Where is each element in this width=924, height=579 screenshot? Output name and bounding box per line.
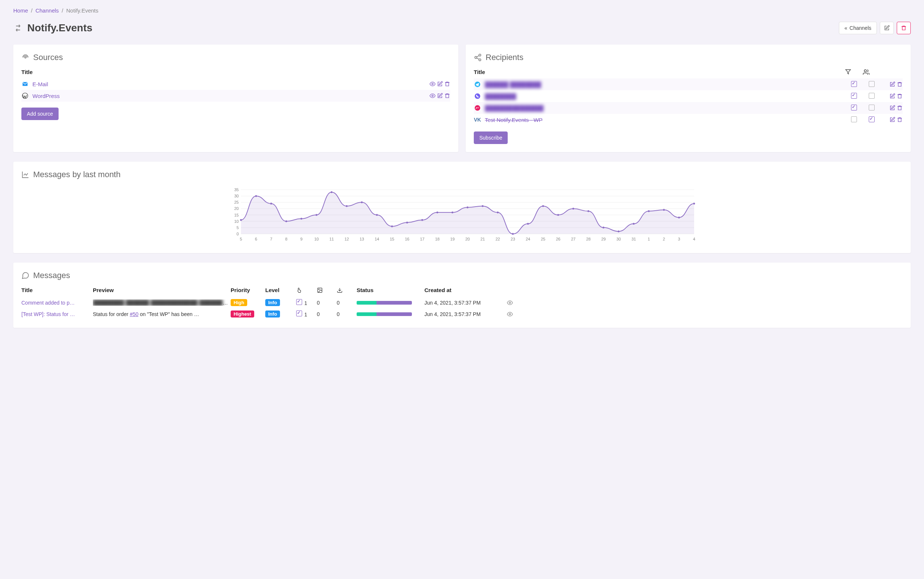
recipient-label: ██████ ████████	[485, 82, 541, 88]
filter-checkbox[interactable]	[851, 105, 857, 111]
svg-text:20: 20	[234, 206, 239, 211]
svg-text:19: 19	[450, 237, 455, 241]
order-link[interactable]: #50	[130, 311, 138, 317]
svg-point-53	[588, 210, 589, 212]
filter-checkbox[interactable]	[851, 93, 857, 99]
group-checkbox[interactable]	[869, 105, 875, 111]
clicks-count: 1	[304, 300, 307, 306]
delete-icon[interactable]	[897, 93, 903, 99]
group-checkbox[interactable]	[869, 93, 875, 99]
svg-point-33	[286, 220, 287, 222]
recipient-link[interactable]: Test Notify.Events - WP	[485, 117, 542, 123]
svg-text:9: 9	[300, 237, 303, 241]
msg-title-link[interactable]: [Test WP]: Status for …	[21, 311, 75, 317]
delete-icon[interactable]	[897, 82, 903, 87]
delete-button[interactable]	[897, 22, 911, 34]
svg-point-47	[497, 211, 499, 213]
vk-icon: VK	[474, 116, 481, 123]
svg-text:5: 5	[237, 226, 239, 230]
recipient-row: ██████ ████████	[474, 79, 903, 90]
source-link[interactable]: E-Mail	[33, 81, 48, 87]
svg-point-43	[437, 211, 438, 213]
edit-icon[interactable]	[890, 117, 895, 123]
recipients-col-filter	[845, 69, 863, 75]
channels-button[interactable]: « Channels	[839, 22, 877, 34]
clicks-checkbox[interactable]	[296, 311, 302, 316]
breadcrumb-home[interactable]: Home	[13, 7, 28, 14]
svg-point-51	[558, 214, 559, 216]
view-icon[interactable]	[430, 93, 435, 99]
svg-point-46	[482, 205, 484, 207]
message-row: [Test WP]: Status for …Status for order …	[21, 308, 903, 320]
downloads-count: 0	[337, 300, 355, 306]
view-icon[interactable]	[507, 311, 518, 317]
breadcrumb-channels[interactable]: Channels	[35, 7, 59, 14]
filter-checkbox[interactable]	[851, 81, 857, 87]
msg-preview: Status for order #50 on "Test WP" has be…	[93, 311, 200, 317]
edit-button[interactable]	[880, 22, 894, 34]
status-progress	[357, 312, 412, 316]
svg-point-0	[25, 57, 26, 58]
svg-text:10: 10	[234, 219, 239, 224]
svg-text:26: 26	[556, 237, 560, 241]
svg-text:15: 15	[390, 237, 394, 241]
svg-text:28: 28	[586, 237, 590, 241]
svg-text:1: 1	[648, 237, 650, 241]
svg-text:4: 4	[693, 237, 695, 241]
status-progress	[357, 301, 412, 304]
delete-icon[interactable]	[897, 117, 903, 123]
edit-icon[interactable]	[437, 93, 443, 99]
svg-text:20: 20	[465, 237, 470, 241]
svg-text:12: 12	[345, 237, 349, 241]
msg-preview: ████████ ██████ ████████████ ████████	[93, 299, 229, 306]
group-checkbox[interactable]	[869, 81, 875, 87]
svg-point-6	[475, 56, 477, 59]
page-title: Notify.Events	[27, 22, 92, 34]
svg-point-94	[509, 302, 511, 304]
svg-text:2: 2	[663, 237, 665, 241]
edit-icon[interactable]	[437, 81, 443, 87]
chart-heading: Messages by last month	[33, 170, 121, 179]
svg-text:15: 15	[234, 213, 239, 217]
svg-point-56	[633, 223, 635, 225]
svg-line-9	[477, 58, 479, 59]
recipients-col-title: Title	[474, 69, 845, 75]
svg-point-60	[693, 203, 695, 204]
subscribe-button[interactable]: Subscribe	[474, 131, 508, 144]
add-source-button[interactable]: Add source	[21, 108, 59, 120]
group-checkbox[interactable]	[869, 116, 875, 122]
svg-text:23: 23	[511, 237, 515, 241]
chart-icon	[21, 170, 29, 178]
clicks-checkbox[interactable]	[296, 299, 302, 305]
svg-point-34	[301, 218, 303, 219]
source-link[interactable]: WordPress	[33, 93, 60, 99]
recipients-col-group	[863, 69, 880, 75]
view-icon[interactable]	[430, 81, 435, 87]
sources-card: Sources Title E-MailWordPress Add source	[13, 44, 458, 152]
pointer-icon	[296, 287, 302, 293]
images-count: 0	[317, 311, 335, 317]
edit-icon[interactable]	[890, 93, 895, 99]
msg-col-clicks	[296, 287, 316, 293]
svg-text:24: 24	[526, 237, 530, 241]
filter-checkbox[interactable]	[851, 116, 857, 122]
svg-text:14: 14	[375, 237, 379, 241]
msg-title-link[interactable]: Comment added to p…	[21, 300, 75, 306]
edit-icon[interactable]	[890, 105, 895, 111]
created-at: Jun 4, 2021, 3:57:37 PM	[424, 300, 505, 306]
msg-col-priority: Priority	[231, 287, 264, 293]
view-icon[interactable]	[507, 300, 518, 306]
delete-icon[interactable]	[444, 93, 450, 99]
delete-icon[interactable]	[897, 105, 903, 111]
priority-badge: High	[231, 299, 247, 306]
svg-text:29: 29	[601, 237, 606, 241]
svg-text:6: 6	[255, 237, 257, 241]
email-icon	[21, 80, 29, 88]
delete-icon[interactable]	[444, 81, 450, 87]
recipient-label: ███████████████	[485, 105, 543, 111]
edit-icon[interactable]	[890, 82, 895, 87]
msg-col-title: Title	[21, 287, 92, 293]
svg-point-2	[432, 83, 433, 85]
level-badge: Info	[265, 299, 280, 306]
svg-point-36	[331, 191, 333, 193]
